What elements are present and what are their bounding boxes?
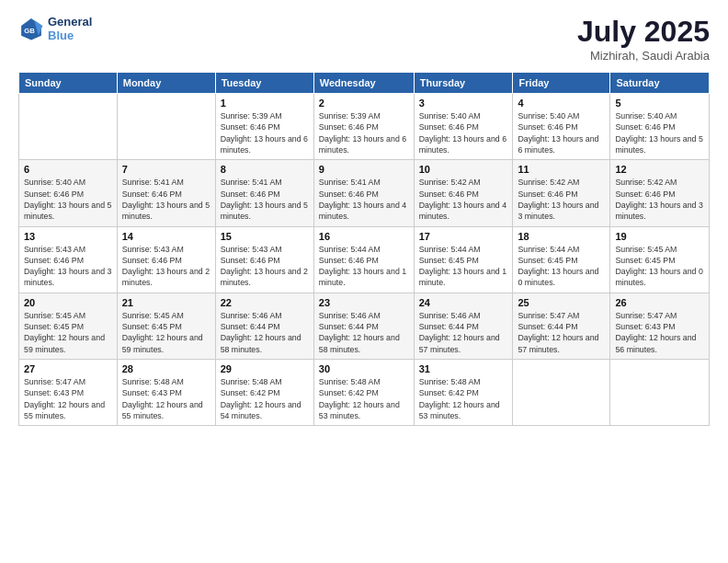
calendar-cell: 8Sunrise: 5:41 AMSunset: 6:46 PMDaylight… bbox=[215, 160, 313, 226]
calendar-cell: 25Sunrise: 5:47 AMSunset: 6:44 PMDayligh… bbox=[513, 293, 610, 359]
calendar-cell: 28Sunrise: 5:48 AMSunset: 6:43 PMDayligh… bbox=[117, 360, 215, 426]
calendar-cell: 17Sunrise: 5:44 AMSunset: 6:45 PMDayligh… bbox=[414, 226, 513, 293]
day-number: 14 bbox=[122, 231, 210, 242]
calendar-cell: 26Sunrise: 5:47 AMSunset: 6:43 PMDayligh… bbox=[610, 293, 710, 359]
day-info: Sunrise: 5:43 AMSunset: 6:46 PMDaylight:… bbox=[122, 244, 210, 289]
day-number: 29 bbox=[221, 363, 309, 374]
calendar-week-1: 1Sunrise: 5:39 AMSunset: 6:46 PMDaylight… bbox=[19, 94, 710, 160]
day-info: Sunrise: 5:43 AMSunset: 6:46 PMDaylight:… bbox=[221, 244, 309, 289]
calendar-cell: 29Sunrise: 5:48 AMSunset: 6:42 PMDayligh… bbox=[215, 360, 313, 426]
calendar-cell: 3Sunrise: 5:40 AMSunset: 6:46 PMDaylight… bbox=[414, 94, 513, 160]
day-info: Sunrise: 5:48 AMSunset: 6:42 PMDaylight:… bbox=[419, 376, 508, 421]
calendar-week-5: 27Sunrise: 5:47 AMSunset: 6:43 PMDayligh… bbox=[19, 360, 710, 426]
calendar-cell bbox=[610, 360, 710, 426]
day-info: Sunrise: 5:48 AMSunset: 6:42 PMDaylight:… bbox=[319, 376, 409, 421]
day-number: 18 bbox=[518, 231, 605, 242]
day-info: Sunrise: 5:46 AMSunset: 6:44 PMDaylight:… bbox=[419, 310, 508, 355]
calendar-week-2: 6Sunrise: 5:40 AMSunset: 6:46 PMDaylight… bbox=[19, 160, 710, 226]
col-friday: Friday bbox=[513, 73, 610, 94]
day-number: 23 bbox=[319, 297, 409, 308]
day-number: 24 bbox=[419, 297, 508, 308]
calendar-cell: 14Sunrise: 5:43 AMSunset: 6:46 PMDayligh… bbox=[117, 226, 215, 293]
col-monday: Monday bbox=[117, 73, 215, 94]
day-number: 5 bbox=[615, 98, 704, 109]
day-number: 20 bbox=[24, 297, 112, 308]
day-number: 12 bbox=[615, 164, 704, 175]
day-info: Sunrise: 5:40 AMSunset: 6:46 PMDaylight:… bbox=[24, 177, 112, 222]
day-number: 31 bbox=[419, 363, 508, 374]
calendar-cell bbox=[19, 94, 118, 160]
day-number: 8 bbox=[221, 164, 309, 175]
title-block: July 2025 Mizhirah, Saudi Arabia bbox=[577, 15, 710, 63]
calendar-cell: 6Sunrise: 5:40 AMSunset: 6:46 PMDaylight… bbox=[19, 160, 118, 226]
day-number: 26 bbox=[615, 297, 704, 308]
day-number: 10 bbox=[419, 164, 508, 175]
svg-text:GB: GB bbox=[24, 27, 35, 35]
day-number: 15 bbox=[221, 231, 309, 242]
day-info: Sunrise: 5:45 AMSunset: 6:45 PMDaylight:… bbox=[24, 310, 112, 355]
calendar-week-4: 20Sunrise: 5:45 AMSunset: 6:45 PMDayligh… bbox=[19, 293, 710, 359]
day-number: 25 bbox=[518, 297, 605, 308]
header: GB General Blue July 2025 Mizhirah, Saud… bbox=[18, 15, 710, 63]
day-number: 19 bbox=[615, 231, 704, 242]
day-number: 30 bbox=[319, 363, 409, 374]
day-info: Sunrise: 5:47 AMSunset: 6:43 PMDaylight:… bbox=[615, 310, 704, 355]
col-wednesday: Wednesday bbox=[313, 73, 414, 94]
day-info: Sunrise: 5:40 AMSunset: 6:46 PMDaylight:… bbox=[518, 110, 605, 155]
col-thursday: Thursday bbox=[414, 73, 513, 94]
day-info: Sunrise: 5:39 AMSunset: 6:46 PMDaylight:… bbox=[319, 110, 409, 155]
day-info: Sunrise: 5:39 AMSunset: 6:46 PMDaylight:… bbox=[221, 110, 309, 155]
col-tuesday: Tuesday bbox=[215, 73, 313, 94]
day-number: 17 bbox=[419, 231, 508, 242]
day-number: 2 bbox=[319, 98, 409, 109]
calendar-week-3: 13Sunrise: 5:43 AMSunset: 6:46 PMDayligh… bbox=[19, 226, 710, 293]
day-info: Sunrise: 5:47 AMSunset: 6:43 PMDaylight:… bbox=[24, 376, 112, 421]
calendar-cell: 15Sunrise: 5:43 AMSunset: 6:46 PMDayligh… bbox=[215, 226, 313, 293]
calendar-cell: 9Sunrise: 5:41 AMSunset: 6:46 PMDaylight… bbox=[313, 160, 414, 226]
day-number: 22 bbox=[221, 297, 309, 308]
day-number: 3 bbox=[419, 98, 508, 109]
day-number: 11 bbox=[518, 164, 605, 175]
calendar-header-row: Sunday Monday Tuesday Wednesday Thursday… bbox=[19, 73, 710, 94]
day-number: 9 bbox=[319, 164, 409, 175]
day-info: Sunrise: 5:40 AMSunset: 6:46 PMDaylight:… bbox=[615, 110, 704, 155]
calendar-cell: 5Sunrise: 5:40 AMSunset: 6:46 PMDaylight… bbox=[610, 94, 710, 160]
calendar-cell bbox=[513, 360, 610, 426]
logo: GB General Blue bbox=[18, 15, 92, 42]
day-number: 16 bbox=[319, 231, 409, 242]
day-info: Sunrise: 5:48 AMSunset: 6:43 PMDaylight:… bbox=[122, 376, 210, 421]
day-info: Sunrise: 5:44 AMSunset: 6:46 PMDaylight:… bbox=[319, 244, 409, 289]
day-info: Sunrise: 5:44 AMSunset: 6:45 PMDaylight:… bbox=[518, 244, 605, 289]
calendar-cell: 30Sunrise: 5:48 AMSunset: 6:42 PMDayligh… bbox=[313, 360, 414, 426]
calendar-cell: 16Sunrise: 5:44 AMSunset: 6:46 PMDayligh… bbox=[313, 226, 414, 293]
day-number: 27 bbox=[24, 363, 112, 374]
day-info: Sunrise: 5:47 AMSunset: 6:44 PMDaylight:… bbox=[518, 310, 605, 355]
calendar-cell: 27Sunrise: 5:47 AMSunset: 6:43 PMDayligh… bbox=[19, 360, 118, 426]
day-number: 21 bbox=[122, 297, 210, 308]
day-number: 7 bbox=[122, 164, 210, 175]
day-info: Sunrise: 5:44 AMSunset: 6:45 PMDaylight:… bbox=[419, 244, 508, 289]
day-info: Sunrise: 5:43 AMSunset: 6:46 PMDaylight:… bbox=[24, 244, 112, 289]
day-info: Sunrise: 5:48 AMSunset: 6:42 PMDaylight:… bbox=[221, 376, 309, 421]
day-number: 4 bbox=[518, 98, 605, 109]
logo-icon: GB bbox=[18, 16, 44, 41]
calendar-cell: 2Sunrise: 5:39 AMSunset: 6:46 PMDaylight… bbox=[313, 94, 414, 160]
day-info: Sunrise: 5:45 AMSunset: 6:45 PMDaylight:… bbox=[122, 310, 210, 355]
day-info: Sunrise: 5:46 AMSunset: 6:44 PMDaylight:… bbox=[319, 310, 409, 355]
location: Mizhirah, Saudi Arabia bbox=[577, 49, 710, 63]
day-info: Sunrise: 5:41 AMSunset: 6:46 PMDaylight:… bbox=[319, 177, 409, 222]
calendar-cell: 10Sunrise: 5:42 AMSunset: 6:46 PMDayligh… bbox=[414, 160, 513, 226]
calendar-cell: 13Sunrise: 5:43 AMSunset: 6:46 PMDayligh… bbox=[19, 226, 118, 293]
calendar-cell: 4Sunrise: 5:40 AMSunset: 6:46 PMDaylight… bbox=[513, 94, 610, 160]
calendar-cell: 19Sunrise: 5:45 AMSunset: 6:45 PMDayligh… bbox=[610, 226, 710, 293]
calendar-cell: 20Sunrise: 5:45 AMSunset: 6:45 PMDayligh… bbox=[19, 293, 118, 359]
col-saturday: Saturday bbox=[610, 73, 710, 94]
col-sunday: Sunday bbox=[19, 73, 118, 94]
calendar-cell: 31Sunrise: 5:48 AMSunset: 6:42 PMDayligh… bbox=[414, 360, 513, 426]
day-info: Sunrise: 5:45 AMSunset: 6:45 PMDaylight:… bbox=[615, 244, 704, 289]
calendar-cell bbox=[117, 94, 215, 160]
calendar-cell: 18Sunrise: 5:44 AMSunset: 6:45 PMDayligh… bbox=[513, 226, 610, 293]
calendar-cell: 22Sunrise: 5:46 AMSunset: 6:44 PMDayligh… bbox=[215, 293, 313, 359]
day-number: 1 bbox=[221, 98, 309, 109]
calendar-cell: 24Sunrise: 5:46 AMSunset: 6:44 PMDayligh… bbox=[414, 293, 513, 359]
